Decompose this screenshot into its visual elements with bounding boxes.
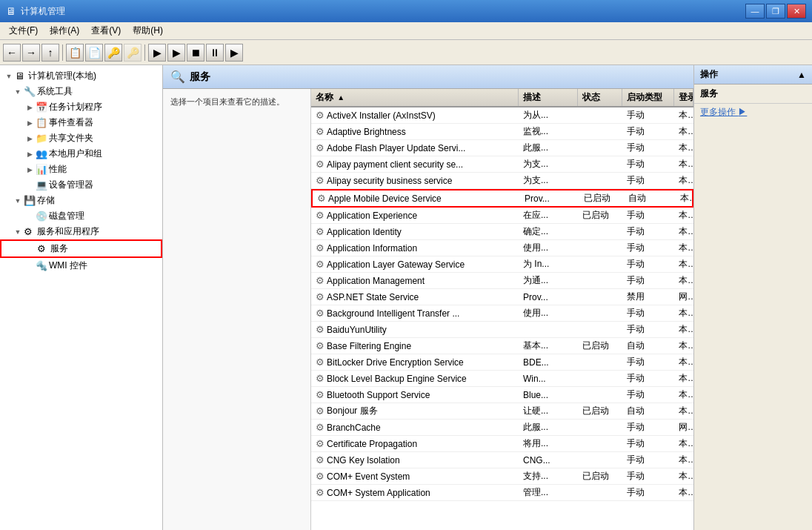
table-row[interactable]: ⚙ Alipay payment client security se... 为… [311,156,693,173]
sidebar-item-task-scheduler[interactable]: ▶ 📅 任务计划程序 [0,99,162,115]
sidebar-item-services-apps[interactable]: ▼ ⚙ 服务和应用程序 [0,224,162,239]
service-name: CNG Key Isolation [327,455,400,466]
table-row[interactable]: ⚙ COM+ Event System 支持... 已启动 手动 本地服务 [311,468,693,485]
service-startup: 自动 [622,403,674,419]
root-icon: 🖥 [15,70,27,82]
play2-button[interactable]: ▶ [167,44,185,62]
col-startup[interactable]: 启动类型 [622,89,674,106]
service-name: Bluetooth Support Service [327,390,430,400]
sidebar-item-root[interactable]: ▼ 🖥 计算机管理(本地) [0,68,162,84]
menu-help[interactable]: 帮助(H) [127,23,169,39]
service-desc: 使用... [519,305,578,321]
content-area: 🔍 服务 选择一个项目来查看它的描述。 名称 ▲ 描述 状态 启动类型 [163,65,693,530]
col-login[interactable]: 登录为 [674,89,693,106]
sidebar-item-services[interactable]: ⚙ 服务 [0,239,162,258]
shared-folders-icon: 📁 [36,133,47,144]
restore-button[interactable]: ❐ [766,4,785,19]
service-icon: ⚙ [316,357,325,368]
service-startup: 自动 [624,191,676,206]
table-row[interactable]: ⚙ Alipay security business service 为支...… [311,173,693,189]
service-icon: ⚙ [316,340,325,351]
table-row[interactable]: ⚙ Block Level Backup Engine Service Win.… [311,371,693,387]
sidebar-item-shared-folders[interactable]: ▶ 📁 共享文件夹 [0,130,162,146]
right-panel-more-actions[interactable]: 更多操作 ▶ [694,104,812,121]
service-name: Alipay security business service [327,176,452,186]
sidebar-item-label: 计算机管理(本地) [28,70,96,82]
service-login: 本地系统 [674,371,693,386]
table-row[interactable]: ⚙ Adobe Flash Player Update Servi... 此服.… [311,140,693,156]
service-login: 本地系统 [674,436,693,451]
table-row[interactable]: ⚙ BaiduYunUtility 手动 本地系统 [311,322,693,338]
props2-button[interactable]: 🔑 [124,44,142,62]
table-row[interactable]: ⚙ Bonjour 服务 让硬... 已启动 自动 本地系统 [311,403,693,420]
properties-button[interactable]: 🔑 [104,44,122,62]
service-icon: ⚙ [316,175,325,186]
table-row[interactable]: ⚙ Adaptive Brightness 监视... 手动 本地服务 [311,124,693,140]
service-status: 已启动 [578,208,622,223]
service-name: Adaptive Brightness [327,127,406,137]
window-title: 计算机管理 [21,5,745,18]
table-row[interactable]: ⚙ Base Filtering Engine 基本... 已启动 自动 本地服… [311,338,693,354]
service-desc: 让硬... [519,403,578,419]
service-login: 本地系统 [674,403,693,419]
back-button[interactable]: ← [3,44,21,62]
service-status: 已启动 [578,468,622,484]
expand-icon: ▶ [24,104,36,111]
service-desc: 管理... [519,485,578,500]
sidebar-item-wmi[interactable]: 🔩 WMI 控件 [0,258,162,274]
sidebar-item-device-manager[interactable]: 💻 设备管理器 [0,177,162,193]
forward-button[interactable]: → [22,44,40,62]
service-status: 已启动 [578,338,622,354]
service-icon: ⚙ [316,210,325,221]
table-row[interactable]: ⚙ BranchCache 此服... 手动 网络服务 [311,420,693,436]
table-row[interactable]: ⚙ Certificate Propagation 将用... 手动 本地系统 [311,436,693,452]
table-row[interactable]: ⚙ Application Identity 确定... 手动 本地服务 [311,224,693,240]
table-row[interactable]: ⚙ Apple Mobile Device Service Prov... 已启… [311,189,693,208]
copy-button[interactable]: 📋 [66,44,84,62]
sidebar-item-local-users[interactable]: ▶ 👥 本地用户和组 [0,146,162,162]
table-row[interactable]: ⚙ Bluetooth Support Service Blue... 手动 本… [311,387,693,403]
table-row[interactable]: ⚙ COM+ System Application 管理... 手动 本地系统 [311,485,693,501]
table-row[interactable]: ⚙ Application Information 使用... 手动 本地系统 [311,240,693,256]
sidebar-item-performance[interactable]: ▶ 📊 性能 [0,162,162,177]
col-desc[interactable]: 描述 [519,89,578,106]
table-row[interactable]: ⚙ BitLocker Drive Encryption Service BDE… [311,354,693,371]
resume-button[interactable]: ▶ [225,44,243,62]
right-panel-arrow[interactable]: ▲ [797,70,806,80]
close-button[interactable]: ✕ [787,4,806,19]
sidebar-item-storage[interactable]: ▼ 💾 存储 [0,193,162,208]
table-row[interactable]: ⚙ Application Management 为通... 手动 本地系统 [311,273,693,289]
col-status[interactable]: 状态 [578,89,622,106]
table-row[interactable]: ⚙ Background Intelligent Transfer ... 使用… [311,305,693,322]
sidebar-item-event-viewer[interactable]: ▶ 📋 事件查看器 [0,115,162,130]
description-text: 选择一个项目来查看它的描述。 [170,97,284,106]
service-startup: 手动 [622,420,674,435]
menu-file[interactable]: 文件(F) [3,23,44,39]
table-header: 名称 ▲ 描述 状态 启动类型 登录为 [311,89,693,107]
pause-button[interactable]: ⏸ [206,44,224,62]
play-button[interactable]: ▶ [148,44,166,62]
expand-icon: ▶ [24,150,36,158]
table-row[interactable]: ⚙ ASP.NET State Service Prov... 禁用 网络服务 [311,289,693,305]
up-button[interactable]: ↑ [41,44,59,62]
service-login: 本地系统 [674,485,693,500]
col-name[interactable]: 名称 ▲ [311,89,519,106]
paste-button[interactable]: 📄 [85,44,103,62]
minimize-button[interactable]: — [745,4,765,19]
sidebar-item-label: 任务计划程序 [49,101,102,113]
service-login: 本地系统 [674,208,693,223]
stop-button[interactable]: ⏹ [187,44,204,62]
table-row[interactable]: ⚙ Application Experience 在应... 已启动 手动 本地… [311,208,693,224]
sidebar-item-system-tools[interactable]: ▼ 🔧 系统工具 [0,84,162,99]
storage-icon: 💾 [24,195,36,206]
table-row[interactable]: ⚙ ActiveX Installer (AxInstSV) 为从... 手动 … [311,107,693,124]
service-startup: 手动 [622,124,674,139]
service-desc: 此服... [519,420,578,435]
menu-action[interactable]: 操作(A) [44,23,85,39]
menu-view[interactable]: 查看(V) [85,23,127,39]
sidebar-item-disk-management[interactable]: 💿 磁盘管理 [0,208,162,224]
table-row[interactable]: ⚙ CNG Key Isolation CNG... 手动 本地系统 [311,452,693,468]
table-row[interactable]: ⚙ Application Layer Gateway Service 为 In… [311,256,693,273]
service-startup: 手动 [622,468,674,484]
service-name: ASP.NET State Service [327,292,419,302]
